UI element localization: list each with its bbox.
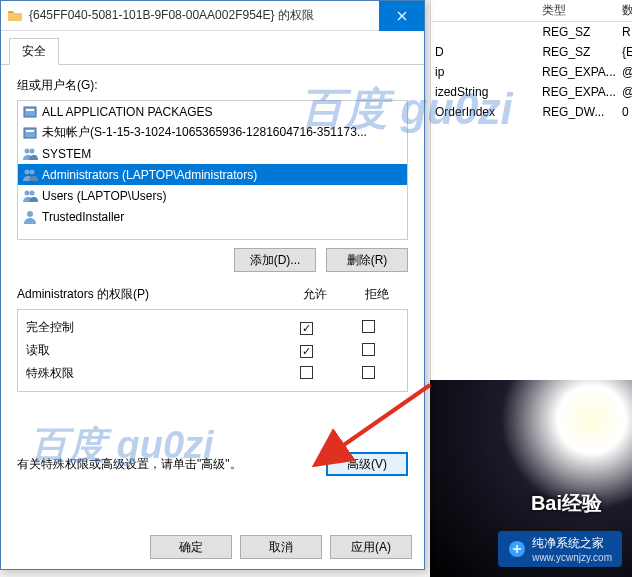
svg-rect-2 [24,128,36,138]
ok-button[interactable]: 确定 [150,535,232,559]
deny-checkbox[interactable] [362,320,375,333]
permission-name: 完全控制 [26,319,275,336]
groups-label: 组或用户名(G): [17,77,408,94]
user-name: Administrators (LAPTOP\Administrators) [42,168,257,182]
user-name: Users (LAPTOP\Users) [42,189,166,203]
permissions-header: Administrators 的权限(P) 允许 拒绝 [17,286,408,303]
user-icon [22,146,38,162]
advanced-row: 有关特殊权限或高级设置，请单击"高级"。 高级(V) [17,452,408,476]
security-tab-page: 组或用户名(G): ALL APPLICATION PACKAGES未知帐户(S… [1,64,424,519]
site-logo-url: www.ycwnjzy.com [532,552,612,563]
site-logo-icon [508,540,526,558]
tab-strip: 安全 [1,31,424,64]
registry-row[interactable]: OrderIndexREG_DW...0 [431,102,632,122]
reg-data: @ [618,83,632,101]
user-row[interactable]: SYSTEM [18,143,407,164]
user-name: SYSTEM [42,147,91,161]
perm-header-deny: 拒绝 [346,286,408,303]
col-data: 数 [618,0,632,21]
registry-header: 类型 数 [431,0,632,22]
reg-name [431,30,538,34]
permissions-dialog: {645FF040-5081-101B-9F08-00AA002F954E} 的… [0,0,425,570]
reg-data: @ [618,63,632,81]
user-buttons: 添加(D)... 删除(R) [17,248,408,272]
site-logo: 纯净系统之家 www.ycwnjzy.com [498,531,622,567]
titlebar[interactable]: {645FF040-5081-101B-9F08-00AA002F954E} 的… [1,1,424,31]
advanced-text: 有关特殊权限或高级设置，请单击"高级"。 [17,456,316,473]
svg-point-4 [25,148,30,153]
reg-name: izedString [431,83,538,101]
user-icon [22,167,38,183]
svg-rect-1 [26,109,34,111]
remove-button[interactable]: 删除(R) [326,248,408,272]
svg-point-9 [30,190,35,195]
reg-name: D [431,43,538,61]
permission-row: 特殊权限 [18,362,407,385]
reg-type: REG_EXPA... [538,83,618,101]
folder-icon [7,8,23,24]
svg-point-5 [30,148,35,153]
user-name: 未知帐户(S-1-15-3-1024-1065365936-1281604716… [42,124,367,141]
perm-header-label: Administrators 的权限(P) [17,286,284,303]
reg-name: OrderIndex [431,103,538,121]
deny-checkbox[interactable] [362,343,375,356]
col-type: 类型 [538,0,618,21]
registry-row[interactable]: REG_SZR [431,22,632,42]
user-row[interactable]: ALL APPLICATION PACKAGES [18,101,407,122]
baidu-logo: Bai经验 [531,490,602,517]
permission-row: 完全控制 [18,316,407,339]
deny-checkbox[interactable] [362,366,375,379]
permission-name: 读取 [26,342,275,359]
reg-data: {E [618,43,632,61]
reg-type: REG_EXPA... [538,63,618,81]
svg-point-6 [25,169,30,174]
allow-checkbox[interactable] [300,322,313,335]
svg-point-8 [25,190,30,195]
user-row[interactable]: Users (LAPTOP\Users) [18,185,407,206]
permission-name: 特殊权限 [26,365,275,382]
user-icon [22,104,38,120]
dialog-buttons: 确定 取消 应用(A) [150,535,412,559]
add-button[interactable]: 添加(D)... [234,248,316,272]
reg-data: R [618,23,632,41]
user-name: ALL APPLICATION PACKAGES [42,105,213,119]
allow-checkbox[interactable] [300,366,313,379]
close-button[interactable] [379,1,424,31]
perm-header-allow: 允许 [284,286,346,303]
permissions-box: 完全控制读取特殊权限 [17,309,408,392]
reg-type: REG_SZ [538,43,618,61]
site-logo-name: 纯净系统之家 [532,536,604,550]
svg-point-7 [30,169,35,174]
user-icon [22,188,38,204]
reg-name: ip [431,63,538,81]
cancel-button[interactable]: 取消 [240,535,322,559]
registry-row[interactable]: DREG_SZ{E [431,42,632,62]
svg-point-10 [27,211,33,217]
registry-row[interactable]: izedStringREG_EXPA...@ [431,82,632,102]
user-icon [22,209,38,225]
user-list[interactable]: ALL APPLICATION PACKAGES未知帐户(S-1-15-3-10… [17,100,408,240]
reg-type: REG_SZ [538,23,618,41]
window-title: {645FF040-5081-101B-9F08-00AA002F954E} 的… [29,7,379,24]
advanced-button[interactable]: 高级(V) [326,452,408,476]
apply-button[interactable]: 应用(A) [330,535,412,559]
reg-data: 0 [618,103,632,121]
user-name: TrustedInstaller [42,210,124,224]
user-row[interactable]: 未知帐户(S-1-15-3-1024-1065365936-1281604716… [18,122,407,143]
user-icon [22,125,38,141]
user-row[interactable]: TrustedInstaller [18,206,407,227]
permission-row: 读取 [18,339,407,362]
svg-rect-0 [24,107,36,117]
svg-rect-3 [26,130,34,132]
user-row[interactable]: Administrators (LAPTOP\Administrators) [18,164,407,185]
registry-row[interactable]: ipREG_EXPA...@ [431,62,632,82]
allow-checkbox[interactable] [300,345,313,358]
reg-type: REG_DW... [538,103,618,121]
tab-security[interactable]: 安全 [9,38,59,65]
